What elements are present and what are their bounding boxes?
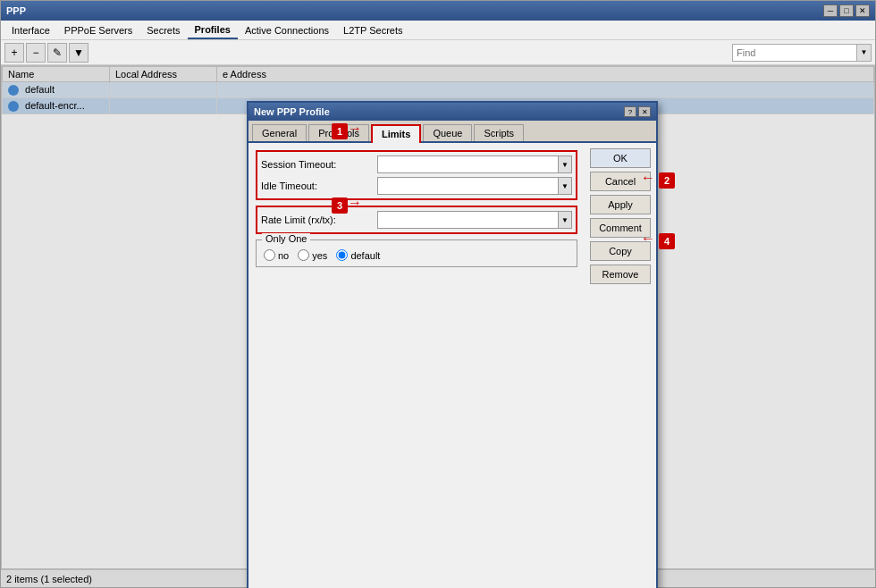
dialog-actions: OK Cancel Apply Comment Copy Remove <box>585 143 656 290</box>
remove-button[interactable]: Remove <box>590 265 651 284</box>
dialog-form: Session Timeout: ▼ Idle Timeout: <box>248 143 585 290</box>
menu-secrets[interactable]: Secrets <box>139 22 187 38</box>
tab-general[interactable]: General <box>252 124 307 141</box>
close-btn[interactable]: ✕ <box>855 4 870 17</box>
dialog-spacer <box>248 290 656 588</box>
rate-limit-select[interactable] <box>377 211 572 229</box>
session-timeout-select-wrapper: ▼ <box>377 155 572 173</box>
edit-button[interactable]: ✎ <box>47 43 67 63</box>
apply-button[interactable]: Apply <box>590 195 651 214</box>
arrow-1: → <box>348 121 362 137</box>
maximize-btn[interactable]: □ <box>839 4 854 17</box>
idle-timeout-label: Idle Timeout: <box>261 181 377 191</box>
idle-timeout-select-wrapper: ▼ <box>377 177 572 195</box>
menu-bar: Interface PPPoE Servers Secrets Profiles… <box>1 21 875 40</box>
dialog-body: Session Timeout: ▼ Idle Timeout: <box>248 143 656 290</box>
dialog-tabs: General Protocols Limits Queue Scripts <box>248 121 656 143</box>
radio-default-input[interactable] <box>336 249 348 261</box>
arrow-4: ← <box>641 231 655 247</box>
idle-timeout-row: Idle Timeout: ▼ <box>261 177 572 195</box>
content-area: Name Local Address e Address default <box>1 65 875 587</box>
dialog-title-controls: ? ✕ <box>624 106 651 117</box>
search-area: ▼ <box>732 44 872 62</box>
menu-active-connections[interactable]: Active Connections <box>238 22 336 38</box>
session-timeout-select[interactable] <box>377 155 572 173</box>
app-title: PPP <box>6 5 26 16</box>
menu-l2tp-secrets[interactable]: L2TP Secrets <box>336 22 409 38</box>
add-button[interactable]: + <box>4 43 24 63</box>
dialog-new-ppp-profile: New PPP Profile ? ✕ General Protocols Li… <box>247 101 658 588</box>
rate-limit-group: Rate Limit (rx/tx): ▼ <box>256 206 577 234</box>
search-input[interactable] <box>732 44 857 62</box>
badge-3: 3 <box>332 197 348 214</box>
radio-group: no yes default <box>264 249 569 261</box>
menu-interface[interactable]: Interface <box>4 22 57 38</box>
radio-yes-input[interactable] <box>298 249 309 261</box>
title-bar-controls: ─ □ ✕ <box>823 4 870 17</box>
only-one-group: Only One no yes <box>256 239 577 267</box>
radio-yes[interactable]: yes <box>298 249 327 261</box>
title-bar: PPP ─ □ ✕ <box>1 1 875 21</box>
menu-profiles[interactable]: Profiles <box>188 21 238 39</box>
dialog-title: New PPP Profile <box>254 106 330 117</box>
rate-limit-row: Rate Limit (rx/tx): ▼ <box>261 211 572 229</box>
tab-scripts[interactable]: Scripts <box>474 124 524 141</box>
dialog-title-bar: New PPP Profile ? ✕ <box>248 103 656 121</box>
session-timeout-row: Session Timeout: ▼ <box>261 155 572 173</box>
session-timeout-group: Session Timeout: ▼ Idle Timeout: <box>256 150 577 200</box>
idle-timeout-select[interactable] <box>377 177 572 195</box>
filter-button[interactable]: ▼ <box>69 43 88 63</box>
radio-no[interactable]: no <box>264 249 289 261</box>
toolbar: + − ✎ ▼ ▼ <box>1 40 875 65</box>
rate-limit-select-wrapper: ▼ <box>377 211 572 229</box>
arrow-3: → <box>348 195 362 211</box>
menu-pppoe-servers[interactable]: PPPoE Servers <box>57 22 139 38</box>
radio-default-label: default <box>350 250 380 261</box>
radio-yes-label: yes <box>312 250 327 261</box>
radio-default[interactable]: default <box>336 249 380 261</box>
remove-button[interactable]: − <box>26 43 46 63</box>
radio-no-input[interactable] <box>264 249 275 261</box>
main-window: PPP ─ □ ✕ Interface PPPoE Servers Secret… <box>0 0 876 588</box>
session-timeout-label: Session Timeout: <box>261 159 377 170</box>
badge-4: 4 <box>659 233 675 249</box>
arrow-2: ← <box>641 170 655 186</box>
search-dropdown-btn[interactable]: ▼ <box>857 44 872 62</box>
dialog-close-btn[interactable]: ✕ <box>638 106 651 117</box>
only-one-legend: Only One <box>262 233 310 244</box>
tab-queue[interactable]: Queue <box>423 124 472 141</box>
badge-2: 2 <box>659 172 675 189</box>
badge-1: 1 <box>332 123 348 139</box>
minimize-btn[interactable]: ─ <box>823 4 838 17</box>
radio-no-label: no <box>278 250 289 261</box>
tab-limits[interactable]: Limits <box>371 124 421 143</box>
rate-limit-label: Rate Limit (rx/tx): <box>261 214 377 225</box>
ok-button[interactable]: OK <box>590 148 651 168</box>
dialog-help-btn[interactable]: ? <box>624 106 636 117</box>
